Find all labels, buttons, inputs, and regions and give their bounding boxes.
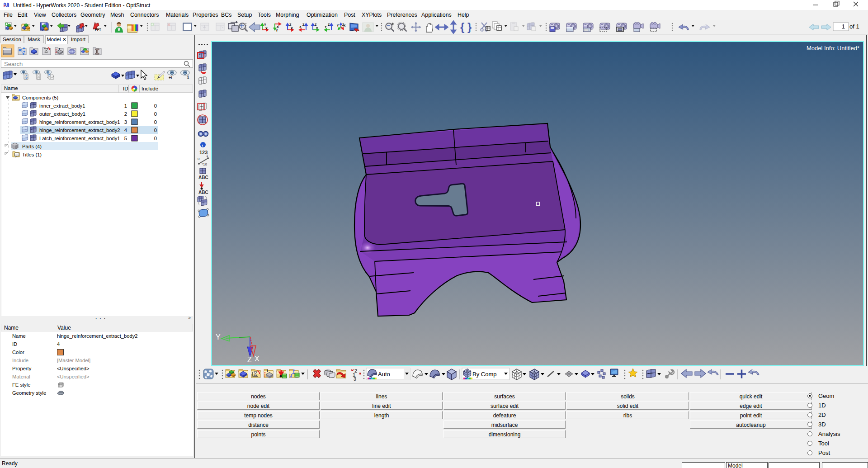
svg-text:X: X [265, 27, 268, 30]
svg-text:0: 0 [198, 157, 200, 161]
svg-text:Y: Y [337, 24, 339, 27]
svg-text:1: 1 [842, 23, 845, 30]
svg-text:t: t [59, 47, 60, 51]
svg-text:ABC: ABC [198, 175, 208, 180]
svg-text:*10: *10 [202, 162, 208, 166]
svg-text:of 1: of 1 [849, 23, 859, 30]
svg-text:Auto: Auto [378, 371, 390, 378]
svg-text:PPT: PPT [95, 28, 101, 31]
svg-text:+/–: +/– [169, 76, 175, 80]
svg-text:1: 1 [206, 154, 208, 158]
svg-text:Y: Y [325, 25, 327, 28]
svg-text:Z: Z [328, 23, 330, 26]
svg-text:Z: Z [315, 23, 317, 26]
svg-text:X: X [277, 25, 279, 28]
svg-text:3: 3 [354, 376, 356, 382]
svg-text:Y: Y [216, 333, 221, 341]
svg-text:{ }: { } [460, 21, 472, 33]
svg-text:Z: Z [289, 23, 292, 26]
svg-text:X: X [255, 355, 259, 363]
svg-text:Y: Y [316, 27, 318, 30]
svg-text:By Comp: By Comp [472, 371, 496, 378]
svg-text:X: X [299, 25, 302, 28]
svg-text:Y: Y [276, 29, 278, 32]
svg-text:Z: Z [247, 356, 252, 364]
svg-text:X: X [291, 27, 293, 30]
svg-text:X: X [344, 24, 346, 27]
svg-text:Y: Y [264, 23, 266, 26]
svg-text:t: t [267, 369, 268, 373]
svg-text:Z: Z [302, 23, 305, 26]
svg-text:1: 1 [187, 75, 189, 80]
svg-text:ABC: ABC [198, 190, 208, 195]
